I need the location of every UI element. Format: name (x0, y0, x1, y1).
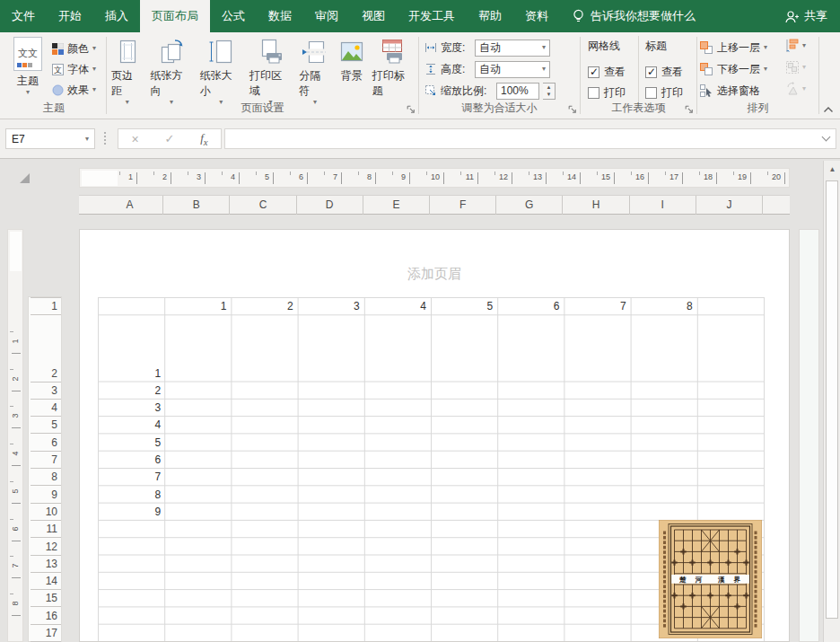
ruler-tick (273, 172, 274, 184)
column-header-i[interactable]: I (630, 196, 696, 215)
row-header-5[interactable]: 5 (31, 418, 57, 432)
checkbox-icon[interactable] (645, 66, 657, 78)
drag-handle[interactable] (104, 132, 106, 134)
row-header-11[interactable]: 11 (31, 522, 57, 536)
expand-formula-bar-icon[interactable] (822, 133, 831, 142)
xiangqi-board-image[interactable]: 楚 河漢 界 (659, 520, 762, 638)
collapse-ribbon-icon[interactable] (823, 106, 834, 113)
tab-file[interactable]: 文件 (0, 0, 47, 32)
checkbox-icon[interactable] (645, 87, 657, 99)
margins-button[interactable]: 页边距 ▾ (108, 35, 146, 106)
ruler-tick (12, 391, 21, 391)
zoom-scale-spinner[interactable]: ▲▼ (543, 83, 556, 100)
column-header-b[interactable]: B (163, 196, 230, 215)
background-button[interactable]: 背景 (335, 35, 369, 106)
column-header-d[interactable]: D (297, 196, 363, 215)
share-button[interactable]: 共享 (784, 0, 840, 32)
orientation-button[interactable]: 纸张方向 ▾ (146, 35, 196, 106)
dialog-launcher-icon[interactable] (406, 104, 416, 115)
themes-button[interactable]: 文文 主题 ▾ (7, 37, 48, 107)
select-all-icon[interactable] (20, 173, 30, 183)
column-header-g[interactable]: G (496, 196, 563, 215)
row-header-10[interactable]: 10 (31, 505, 57, 519)
tab-data[interactable]: 数据 (257, 0, 303, 32)
checkbox-icon[interactable] (588, 66, 599, 78)
zoom-scale-value: 100% (501, 84, 529, 97)
tell-me-box[interactable]: 告诉我你想要做什么 (573, 0, 696, 32)
theme-effects-button[interactable]: 效果▾ (52, 81, 96, 99)
spin-up-icon[interactable]: ▲ (543, 84, 555, 92)
gridlines-view-checkbox[interactable]: 查看 (588, 62, 640, 83)
width-select[interactable]: 自动▾ (475, 40, 550, 57)
row-header-6[interactable]: 6 (31, 435, 57, 450)
row-header-15[interactable]: 15 (31, 591, 57, 605)
row-header-7[interactable]: 7 (31, 453, 57, 467)
breaks-button[interactable]: 分隔符 ▾ (295, 35, 334, 106)
row-header-12[interactable]: 12 (31, 540, 57, 554)
ruler-tick (699, 171, 700, 175)
send-backward-button[interactable]: 下移一层▾ (699, 60, 767, 78)
scrollbar-thumb[interactable] (826, 180, 838, 619)
tab-review[interactable]: 审阅 (303, 0, 350, 32)
column-header-c[interactable]: C (230, 196, 296, 215)
scroll-up-icon[interactable]: ▲ (825, 161, 840, 179)
tab-info[interactable]: 资料 (513, 0, 560, 32)
tab-page-layout[interactable]: 页面布局 (140, 0, 210, 32)
group-objects-button[interactable]: ▾ (785, 60, 806, 75)
headings-view-checkbox[interactable]: 查看 (645, 62, 697, 83)
rotate-button[interactable]: ▾ (785, 82, 806, 96)
name-box[interactable]: E7 ▾ (5, 128, 95, 149)
print-titles-button[interactable]: 打印标题 (369, 35, 418, 106)
column-header-e[interactable]: E (363, 196, 430, 215)
print-area-button[interactable]: 打印区域 ▾ (246, 35, 295, 106)
row-header-13[interactable]: 13 (31, 557, 57, 571)
dialog-launcher-icon[interactable] (684, 104, 695, 115)
vertical-scrollbar[interactable]: ▲ (823, 161, 840, 642)
row-boundary (31, 555, 61, 556)
vruler-number: 6 (11, 522, 20, 536)
column-header-j[interactable]: J (696, 196, 763, 215)
row-header-4[interactable]: 4 (31, 400, 57, 415)
checkbox-icon[interactable] (588, 87, 599, 99)
cancel-icon[interactable]: × (131, 132, 138, 146)
row-header-1[interactable]: 1 (31, 299, 57, 313)
size-button[interactable]: 纸张大小 ▾ (197, 35, 246, 106)
enter-icon[interactable]: ✓ (164, 132, 174, 145)
row-header-17[interactable]: 17 (31, 626, 57, 640)
row-boundary (31, 606, 61, 607)
row-header-3[interactable]: 3 (31, 383, 57, 398)
row-boundary (31, 537, 61, 538)
bring-forward-button[interactable]: 上移一层▾ (699, 39, 767, 57)
row-header-2[interactable]: 2 (31, 366, 57, 381)
tab-home[interactable]: 开始 (47, 0, 93, 32)
group-label-sheet-options: 工作表选项 (581, 101, 696, 116)
row-boundary (31, 416, 61, 417)
selection-pane-button[interactable]: 选择窗格 (699, 82, 760, 100)
formula-input[interactable] (224, 128, 836, 149)
tab-developer[interactable]: 开发工具 (397, 0, 467, 32)
row-header-8[interactable]: 8 (31, 470, 57, 484)
row-header-9[interactable]: 9 (31, 488, 57, 502)
tab-formulas[interactable]: 公式 (210, 0, 257, 32)
tab-view[interactable]: 视图 (350, 0, 397, 32)
column-header-a[interactable]: A (97, 196, 163, 215)
zoom-scale-input[interactable]: 100% (496, 83, 539, 100)
align-button[interactable]: ▾ (785, 39, 806, 53)
tab-insert[interactable]: 插入 (93, 0, 140, 32)
row-header-16[interactable]: 16 (31, 609, 57, 623)
tab-help[interactable]: 帮助 (467, 0, 513, 32)
column-header-h[interactable]: H (563, 196, 629, 215)
dialog-launcher-icon[interactable] (567, 104, 578, 115)
spin-down-icon[interactable]: ▼ (543, 91, 555, 99)
theme-colors-button[interactable]: 颜色▾ (52, 40, 96, 57)
column-header-f[interactable]: F (430, 196, 496, 215)
ruler-tick (10, 519, 13, 520)
insert-function-icon[interactable]: fx (200, 131, 207, 147)
vruler-number: 5 (11, 484, 20, 498)
height-select[interactable]: 自动▾ (475, 61, 550, 78)
tell-me-label: 告诉我你想要做什么 (591, 8, 696, 24)
theme-fonts-button[interactable]: 文 字体▾ (52, 60, 96, 78)
ruler-tick (324, 171, 325, 175)
selection-pane-label: 选择窗格 (717, 84, 760, 99)
row-header-14[interactable]: 14 (31, 574, 57, 588)
